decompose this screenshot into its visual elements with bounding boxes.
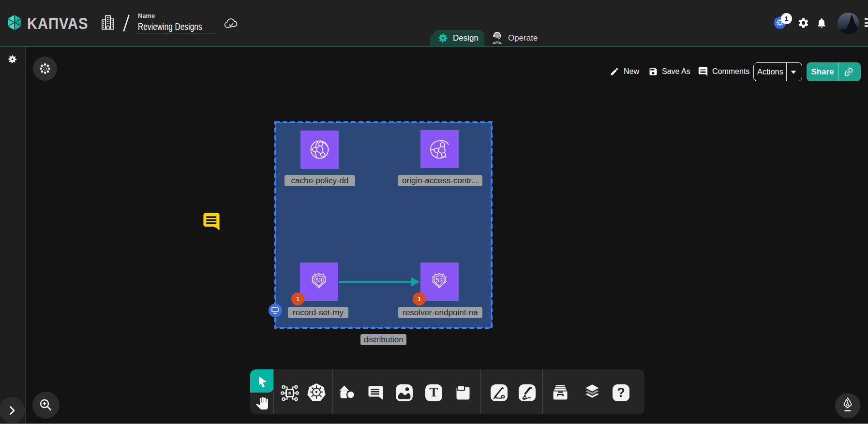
svg-text:53: 53 — [436, 277, 443, 284]
svg-text:53: 53 — [315, 277, 322, 284]
